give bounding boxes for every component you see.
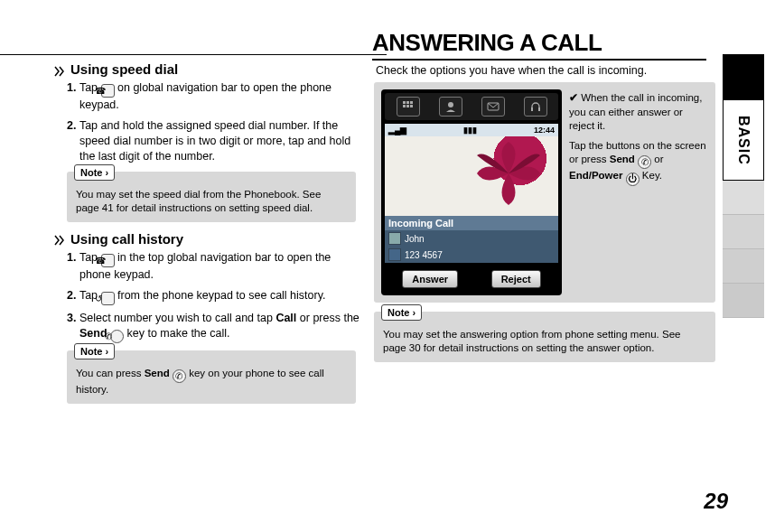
phone-icon: ☎ <box>101 254 115 267</box>
svg-rect-8 <box>531 107 533 111</box>
subtitle: Check the options you have when the call… <box>372 64 723 77</box>
list-item: Tap ☎ in the top global navigation bar t… <box>67 250 361 283</box>
phone-num-icon <box>388 248 401 261</box>
clock: 12:44 <box>534 126 555 135</box>
send-key-icon: ✆ <box>173 369 186 383</box>
note-text: You may set the speed dial from the Phon… <box>76 189 321 213</box>
heading-call-history: Using call history <box>54 231 361 247</box>
tab-grey <box>723 249 764 284</box>
dialer-icon <box>397 97 420 117</box>
phone-screenshot: ▂▄▆ ▮▮▮ 12:44 <box>381 89 562 295</box>
status-bar: ▂▄▆ ▮▮▮ 12:44 <box>385 124 558 136</box>
note-label: Note <box>381 304 422 321</box>
list-item: Select number you wish to call and tap C… <box>67 311 361 343</box>
tab-dark <box>723 54 764 99</box>
title-underline <box>372 59 706 61</box>
svg-rect-1 <box>406 101 409 104</box>
answer-button[interactable]: Answer <box>402 270 458 288</box>
svg-rect-3 <box>403 105 406 107</box>
page-number: 29 <box>704 489 728 514</box>
caller-name: John <box>405 234 425 244</box>
incoming-label: Incoming Call <box>385 216 558 230</box>
chevron-icon <box>54 64 65 75</box>
send-key-icon: ✆ <box>110 330 124 343</box>
answer-panel: ▂▄▆ ▮▮▮ 12:44 <box>374 82 715 303</box>
heading-text: Using call history <box>70 231 183 247</box>
list-item: Tap and hold the assigned speed dial num… <box>67 118 361 164</box>
note-label: Note <box>74 343 115 359</box>
caller-number: 123 4567 <box>405 250 443 260</box>
note-box: Note You may set the speed dial from the… <box>67 172 356 222</box>
left-column: Using speed dial Tap ☎ on global navigat… <box>0 0 361 532</box>
note-label: Note <box>74 164 115 181</box>
flower-icon <box>477 142 540 205</box>
caller-name-row: John <box>385 230 558 247</box>
avatar-icon <box>388 232 401 245</box>
tip-text: ✔ When the call in incoming, you can eit… <box>569 89 708 295</box>
note-box: Note You can press Send ✆ key on your ph… <box>67 350 356 404</box>
svg-rect-5 <box>410 105 413 107</box>
svg-point-6 <box>448 102 453 107</box>
message-icon <box>481 97 505 117</box>
tab-grey <box>723 215 764 249</box>
contacts-icon <box>439 97 462 117</box>
list-item: Tap ☎ on global navigation bar to open t… <box>67 80 361 113</box>
svg-rect-9 <box>538 107 540 111</box>
check-icon: ✔ <box>569 92 578 103</box>
chevron-icon <box>54 233 65 244</box>
soft-buttons: Answer Reject <box>385 263 558 292</box>
wallpaper <box>385 136 558 216</box>
tab-grey <box>723 284 764 318</box>
nav-bar <box>385 93 558 120</box>
reject-button[interactable]: Reject <box>491 270 541 288</box>
power-key-icon: ⏻ <box>626 173 640 186</box>
heading-text: Using speed dial <box>70 61 178 77</box>
side-tabs: BASIC <box>723 0 764 532</box>
note-text: You may set the answering option from ph… <box>383 329 680 353</box>
call-history-steps: Tap ☎ in the top global navigation bar t… <box>54 250 361 344</box>
note-box: Note You may set the answering option fr… <box>374 312 715 362</box>
page: Using speed dial Tap ☎ on global navigat… <box>0 0 775 532</box>
top-rule <box>0 54 387 55</box>
battery-icon: ▮▮▮ <box>463 126 477 135</box>
svg-rect-2 <box>410 101 413 104</box>
svg-rect-0 <box>403 101 406 104</box>
tab-basic: BASIC <box>723 99 764 181</box>
signal-icon: ▂▄▆ <box>388 126 406 135</box>
list-item: Tap ↺ from the phone keypad to see call … <box>67 288 361 305</box>
send-key-icon: ✆ <box>638 155 651 169</box>
svg-rect-4 <box>406 105 409 107</box>
tab-grey <box>723 181 764 215</box>
headset-icon <box>524 97 547 117</box>
phone-icon: ☎ <box>101 84 115 98</box>
speed-dial-steps: Tap ☎ on global navigation bar to open t… <box>54 80 361 164</box>
page-title: ANSWERING A CALL <box>372 29 723 57</box>
history-icon: ↺ <box>101 292 115 305</box>
caller-number-row: 123 4567 <box>385 247 558 263</box>
heading-speed-dial: Using speed dial <box>54 61 361 77</box>
right-column: ANSWERING A CALL Check the options you h… <box>361 0 723 532</box>
